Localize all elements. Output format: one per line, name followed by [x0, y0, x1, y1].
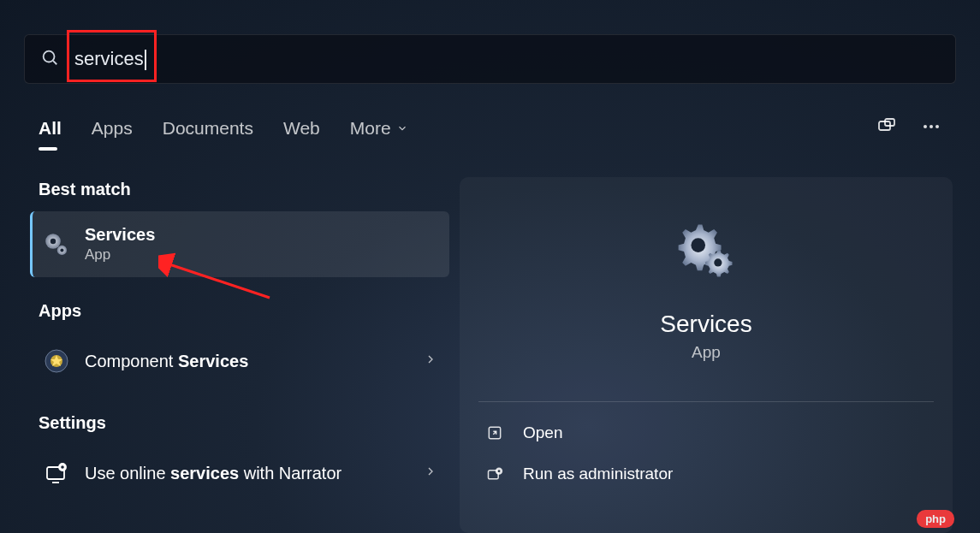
svg-point-17 [691, 238, 705, 252]
chevron-down-icon [396, 122, 408, 134]
svg-point-6 [935, 125, 939, 128]
preview-subtitle: App [692, 343, 721, 362]
gear-icon [674, 220, 738, 287]
chevron-right-icon [424, 465, 437, 482]
svg-point-18 [714, 258, 722, 266]
svg-line-1 [53, 61, 56, 64]
section-settings: Settings [30, 413, 449, 433]
action-run-as-admin[interactable]: Run as administrator [478, 453, 934, 495]
more-options-icon[interactable] [921, 116, 941, 140]
preview-title: Services [660, 311, 751, 338]
svg-point-10 [60, 248, 63, 252]
watermark: php [917, 510, 954, 528]
section-best-match: Best match [30, 180, 449, 199]
monitor-online-icon [42, 459, 71, 488]
result-services-app[interactable]: Services App [30, 211, 449, 277]
tab-more[interactable]: More [350, 111, 408, 145]
action-open[interactable]: Open [478, 412, 934, 453]
shield-admin-icon [485, 465, 504, 483]
tab-web[interactable]: Web [283, 111, 320, 145]
result-narrator-services[interactable]: Use online services with Narrator [30, 445, 449, 501]
svg-point-0 [44, 51, 55, 62]
preview-panel: Services App Open Run as administrator [460, 177, 953, 533]
action-label: Run as administrator [523, 465, 673, 483]
result-title: Use online services with Narrator [85, 464, 424, 483]
component-services-icon [42, 346, 71, 376]
search-results: Best match Services App Apps Component S… [30, 180, 449, 501]
chat-icon[interactable] [876, 116, 897, 140]
tab-documents[interactable]: Documents [163, 111, 253, 145]
result-title: Services [85, 225, 437, 245]
svg-point-16 [61, 465, 64, 469]
section-apps: Apps [30, 301, 449, 321]
svg-point-8 [50, 238, 56, 243]
search-icon [40, 48, 59, 70]
search-input[interactable]: services [74, 48, 146, 70]
tab-all[interactable]: All [39, 111, 62, 145]
svg-point-5 [930, 125, 933, 128]
tab-apps[interactable]: Apps [92, 111, 133, 145]
search-bar[interactable]: services [24, 34, 956, 84]
open-icon [485, 424, 504, 441]
divider [478, 401, 934, 402]
result-subtitle: App [85, 246, 437, 264]
gear-icon [42, 230, 71, 259]
chevron-right-icon [424, 352, 437, 370]
filter-tabs: All Apps Documents Web More [39, 111, 941, 145]
result-title: Component Services [85, 352, 424, 371]
action-label: Open [523, 423, 562, 442]
result-component-services[interactable]: Component Services [30, 333, 449, 389]
svg-point-4 [924, 125, 927, 128]
